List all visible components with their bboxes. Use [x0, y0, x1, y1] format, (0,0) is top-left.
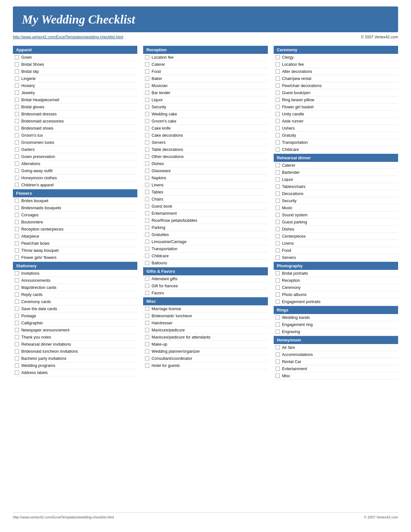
list-item[interactable]: Wedding programs [13, 362, 137, 369]
checkbox[interactable] [15, 321, 19, 325]
checkbox[interactable] [15, 105, 19, 109]
list-item[interactable]: Flower girls' flowers [13, 254, 137, 261]
list-item[interactable]: Ceremony cards [13, 298, 137, 305]
checkbox[interactable] [15, 206, 19, 210]
checkbox[interactable] [145, 147, 149, 152]
checkbox[interactable] [15, 278, 19, 282]
list-item[interactable]: Bachelor party invitations [13, 355, 137, 362]
checkbox[interactable] [276, 367, 280, 371]
list-item[interactable]: Flower girl basket [274, 103, 398, 111]
checkbox[interactable] [145, 162, 149, 166]
list-item[interactable]: Jewelry [13, 89, 137, 96]
list-item[interactable]: Pew/chair bows [13, 240, 137, 247]
checkbox[interactable] [276, 55, 280, 59]
list-item[interactable]: Chairs [143, 196, 268, 203]
checkbox[interactable] [145, 133, 149, 137]
checkbox[interactable] [145, 314, 149, 318]
checkbox[interactable] [145, 69, 149, 74]
list-item[interactable]: Announcements [13, 277, 137, 284]
checkbox[interactable] [145, 363, 149, 368]
checkbox[interactable] [15, 349, 19, 353]
checkbox[interactable] [276, 133, 280, 137]
list-item[interactable]: Baker [143, 75, 268, 82]
list-item[interactable]: Hosiery [13, 82, 137, 89]
list-item[interactable]: Newspaper announcement [13, 327, 137, 334]
checkbox[interactable] [145, 55, 149, 59]
list-item[interactable]: Cake knife [143, 125, 268, 132]
checkbox[interactable] [276, 163, 280, 167]
checkbox[interactable] [15, 300, 19, 304]
checkbox[interactable] [276, 140, 280, 144]
checkbox[interactable] [276, 184, 280, 189]
checkbox[interactable] [15, 133, 19, 137]
checkbox[interactable] [15, 199, 19, 203]
checkbox[interactable] [15, 307, 19, 311]
list-item[interactable]: Wedding planner/organizer [143, 348, 268, 355]
list-item[interactable]: Groom's cake [143, 118, 268, 125]
list-item[interactable]: Children's apparel [13, 182, 137, 189]
list-item[interactable]: Gratuities [143, 231, 268, 238]
checkbox[interactable] [145, 112, 149, 116]
checkbox[interactable] [276, 292, 280, 297]
list-item[interactable]: Linens [274, 240, 398, 247]
list-item[interactable]: Bridal portraits [274, 270, 398, 277]
list-item[interactable]: Marriage license [143, 305, 268, 312]
checkbox[interactable] [145, 342, 149, 346]
list-item[interactable]: Alter decorations [274, 68, 398, 75]
list-item[interactable]: Bridesmaid dresses [13, 111, 137, 118]
checkbox[interactable] [145, 190, 149, 194]
checkbox[interactable] [145, 225, 149, 230]
checkbox[interactable] [276, 322, 280, 327]
list-item[interactable]: Rental Car [274, 358, 398, 365]
checkbox[interactable] [15, 112, 19, 116]
checkbox[interactable] [276, 91, 280, 95]
list-item[interactable]: Transportation [274, 139, 398, 146]
checkbox[interactable] [15, 154, 19, 159]
checkbox[interactable] [15, 119, 19, 123]
list-item[interactable]: Bridal gloves [13, 103, 137, 111]
list-item[interactable]: Aisle runner [274, 118, 398, 125]
list-item[interactable]: Music [274, 204, 398, 212]
checkbox[interactable] [276, 84, 280, 88]
footer-url[interactable]: http://www.vertex42.com/ExcelTemplates/w… [13, 515, 114, 519]
list-item[interactable]: Corsages [13, 212, 137, 219]
list-item[interactable]: Reception centerpieces [13, 226, 137, 233]
checkbox[interactable] [276, 374, 280, 378]
checkbox[interactable] [145, 62, 149, 66]
checkbox[interactable] [276, 119, 280, 123]
list-item[interactable]: Altarpiece [13, 233, 137, 240]
checkbox[interactable] [145, 197, 149, 201]
list-item[interactable]: Servers [274, 254, 398, 261]
list-item[interactable]: Rice/Rose petals/bubbles [143, 217, 268, 224]
checkbox[interactable] [15, 220, 19, 224]
checkbox[interactable] [15, 140, 19, 144]
list-item[interactable]: Garters [13, 146, 137, 153]
list-item[interactable]: Alterations [13, 160, 137, 167]
list-item[interactable]: Photo albums [274, 291, 398, 298]
list-item[interactable]: Caterer [274, 162, 398, 169]
checkbox[interactable] [276, 192, 280, 196]
list-item[interactable]: Engraving [274, 328, 398, 335]
checkbox[interactable] [276, 69, 280, 74]
checkbox[interactable] [276, 76, 280, 81]
list-item[interactable]: Clergy [274, 54, 398, 61]
checkbox[interactable] [15, 147, 19, 152]
list-item[interactable]: Attendant gifts [143, 275, 268, 282]
list-item[interactable]: Napkins [143, 174, 268, 182]
checkbox[interactable] [145, 254, 149, 258]
list-item[interactable]: Hotel for guests [143, 362, 268, 369]
list-item[interactable]: Favors [143, 290, 268, 297]
checkbox[interactable] [276, 241, 280, 245]
list-item[interactable]: Accommodations [274, 351, 398, 358]
checkbox[interactable] [145, 321, 149, 325]
checkbox[interactable] [145, 328, 149, 332]
checkbox[interactable] [276, 300, 280, 304]
checkbox[interactable] [276, 278, 280, 282]
list-item[interactable]: Boutonnière [13, 219, 137, 226]
list-item[interactable]: Musician [143, 82, 268, 89]
checkbox[interactable] [15, 126, 19, 130]
checkbox[interactable] [276, 220, 280, 224]
checkbox[interactable] [145, 232, 149, 237]
checkbox[interactable] [276, 227, 280, 231]
checkbox[interactable] [276, 352, 280, 357]
